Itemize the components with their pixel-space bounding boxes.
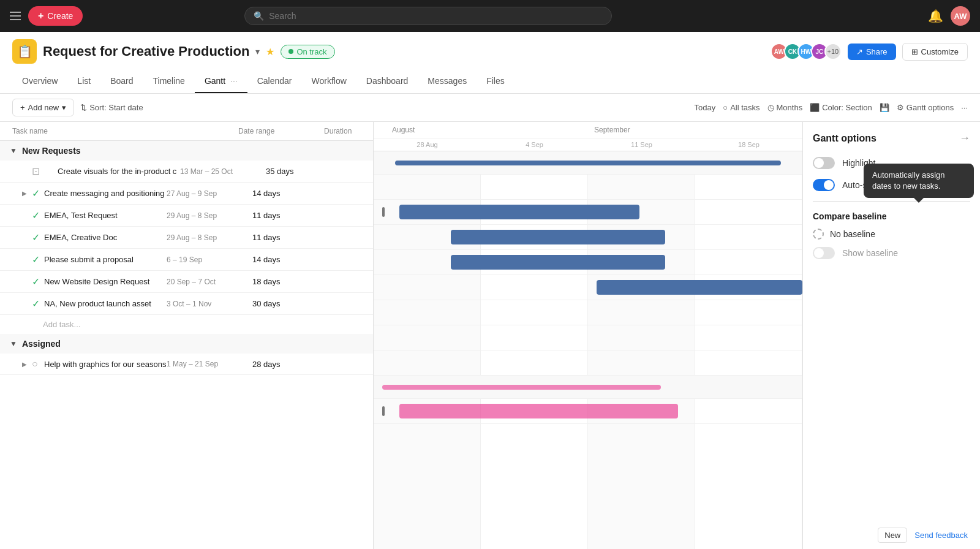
- gantt-header: August September 28 Aug 4 Sep 11 Sep 18 …: [374, 122, 802, 151]
- gantt-weeks: 28 Aug 4 Sep 11 Sep 18 Sep: [374, 138, 802, 151]
- search-bar[interactable]: 🔍 Search: [244, 7, 612, 25]
- tab-workflow[interactable]: Workflow: [302, 70, 356, 93]
- tab-overview[interactable]: Overview: [12, 70, 67, 93]
- status-badge[interactable]: On track: [281, 45, 334, 59]
- gantt-row: [374, 200, 802, 225]
- gantt-bar-help-graphics[interactable]: [399, 404, 678, 418]
- panel-close-button[interactable]: →: [959, 132, 970, 145]
- task-date-range: 3 Oct – 1 Nov: [167, 300, 252, 308]
- gantt-options-panel: Gantt options → Highlight Automatically …: [802, 122, 980, 549]
- tab-board[interactable]: Board: [100, 70, 143, 93]
- gantt-panel: August September 28 Aug 4 Sep 11 Sep 18 …: [374, 122, 802, 549]
- add-task-button[interactable]: Add task...: [0, 315, 373, 334]
- section-label: New Requests: [22, 146, 81, 156]
- chevron-down-icon[interactable]: ▾: [255, 47, 260, 56]
- table-row[interactable]: ✓ New Website Design Request 20 Sep – 7 …: [0, 271, 373, 293]
- task-duration: 18 days: [252, 277, 301, 286]
- highlight-toggle[interactable]: [813, 157, 835, 169]
- gantt-bar-emea-test[interactable]: [451, 230, 665, 244]
- table-row[interactable]: ✓ EMEA, Creative Doc 29 Aug – 8 Sep 11 d…: [0, 227, 373, 249]
- table-row[interactable]: ✓ EMEA, Test Request 29 Aug – 8 Sep 11 d…: [0, 205, 373, 227]
- gantt-bar-emea-creative[interactable]: [451, 255, 665, 270]
- gantt-month-september: September: [588, 126, 802, 134]
- tab-messages[interactable]: Messages: [418, 70, 477, 93]
- project-icon: 📋: [12, 39, 37, 64]
- all-tasks-button[interactable]: ○ All tasks: [723, 103, 760, 112]
- gantt-bar-create-messaging[interactable]: [399, 205, 639, 219]
- project-title-row: 📋 Request for Creative Production ▾ ★ On…: [12, 39, 968, 64]
- toolbar: + Add new ▾ ⇅ Sort: Start date Today ○ A…: [0, 94, 980, 122]
- months-button[interactable]: ◷ Months: [767, 103, 803, 112]
- today-button[interactable]: Today: [695, 103, 716, 112]
- task-name-label: EMEA, Test Request: [44, 211, 167, 220]
- share-button[interactable]: ↗ Share: [848, 44, 896, 60]
- tab-list[interactable]: List: [67, 70, 100, 93]
- search-icon: 🔍: [254, 11, 264, 21]
- task-duration: 14 days: [252, 189, 301, 198]
- gantt-week-4sep: 4 Sep: [481, 141, 588, 148]
- gantt-options-button[interactable]: ⚙ Gantt options: [897, 103, 954, 112]
- tab-calendar[interactable]: Calendar: [247, 70, 302, 93]
- gantt-body: [374, 151, 802, 549]
- gantt-row: [374, 399, 802, 424]
- task-date-range: 1 May – 21 Sep: [167, 360, 252, 368]
- new-badge: New: [878, 528, 907, 543]
- section-new-requests[interactable]: ▼ New Requests: [0, 141, 373, 161]
- hamburger-menu[interactable]: [10, 12, 21, 20]
- gantt-bar-proposal[interactable]: [597, 280, 802, 295]
- table-row[interactable]: ▶ ○ Help with graphics for our seasons 1…: [0, 354, 373, 375]
- send-feedback-link[interactable]: Send feedback: [914, 531, 968, 540]
- gantt-week-11sep: 11 Sep: [588, 141, 695, 148]
- task-name-label: NA, New product launch asset: [44, 299, 167, 308]
- create-button[interactable]: + Create: [28, 6, 83, 26]
- gantt-row: [374, 250, 802, 275]
- task-date-range: 13 Mar – 25 Oct: [180, 167, 266, 176]
- customize-button[interactable]: ⊞ Customize: [902, 43, 968, 61]
- table-row[interactable]: ✓ NA, New product launch asset 3 Oct – 1…: [0, 293, 373, 315]
- table-row[interactable]: ⊡ 🖼 Create visuals for the in-product c …: [0, 161, 373, 183]
- no-baseline-option[interactable]: No baseline: [813, 229, 970, 240]
- project-title: Request for Creative Production: [43, 44, 249, 59]
- color-section-button[interactable]: ⬛ Color: Section: [810, 103, 872, 112]
- member-count[interactable]: +10: [824, 43, 842, 60]
- star-icon[interactable]: ★: [266, 46, 274, 58]
- more-options-button[interactable]: ···: [961, 103, 968, 112]
- gantt-row: [374, 225, 802, 250]
- table-row[interactable]: ▶ ✓ Create messaging and positioning 27 …: [0, 183, 373, 205]
- gantt-options-icon: ⚙: [897, 103, 904, 112]
- show-baseline-toggle[interactable]: [813, 247, 835, 259]
- gantt-week-18sep: 18 Sep: [695, 141, 802, 148]
- task-name-label: Please submit a proposal: [44, 255, 167, 264]
- tab-gantt[interactable]: Gantt ···: [195, 70, 247, 93]
- expand-arrow: ▶: [22, 361, 32, 368]
- tab-files[interactable]: Files: [477, 70, 514, 93]
- tab-dashboard[interactable]: Dashboard: [356, 70, 418, 93]
- tab-timeline[interactable]: Timeline: [143, 70, 195, 93]
- all-tasks-label: All tasks: [730, 103, 760, 112]
- gantt-rows: [374, 151, 802, 424]
- share-icon: ↗: [856, 47, 863, 56]
- bottom-bar: New Send feedback: [865, 521, 980, 549]
- customize-icon: ⊞: [911, 47, 918, 56]
- status-label: On track: [296, 47, 326, 56]
- task-duration: 35 days: [266, 167, 315, 176]
- notification-icon[interactable]: 🔔: [928, 9, 943, 23]
- task-date-range: 29 Aug – 8 Sep: [167, 211, 252, 220]
- customize-label: Customize: [921, 47, 959, 56]
- show-baseline-option: Show baseline: [813, 247, 970, 259]
- task-duration: 14 days: [252, 255, 301, 264]
- project-header: 📋 Request for Creative Production ▾ ★ On…: [0, 32, 980, 94]
- col-date-range: Date range: [238, 127, 324, 135]
- table-row[interactable]: ✓ Please submit a proposal 6 – 19 Sep 14…: [0, 249, 373, 271]
- all-tasks-icon: ○: [723, 103, 728, 112]
- auto-schedule-toggle[interactable]: [813, 179, 835, 191]
- save-view-button[interactable]: 💾: [880, 103, 889, 112]
- gantt-row-add-task: [374, 350, 802, 376]
- plus-icon: +: [38, 10, 43, 21]
- no-baseline-radio[interactable]: [813, 229, 824, 240]
- sort-button[interactable]: ⇅ Sort: Start date: [80, 103, 143, 112]
- nav-tabs: Overview List Board Timeline Gantt ··· C…: [12, 70, 968, 93]
- section-assigned[interactable]: ▼ Assigned: [0, 334, 373, 354]
- add-new-button[interactable]: + Add new ▾: [12, 99, 74, 116]
- user-avatar[interactable]: AW: [951, 6, 970, 26]
